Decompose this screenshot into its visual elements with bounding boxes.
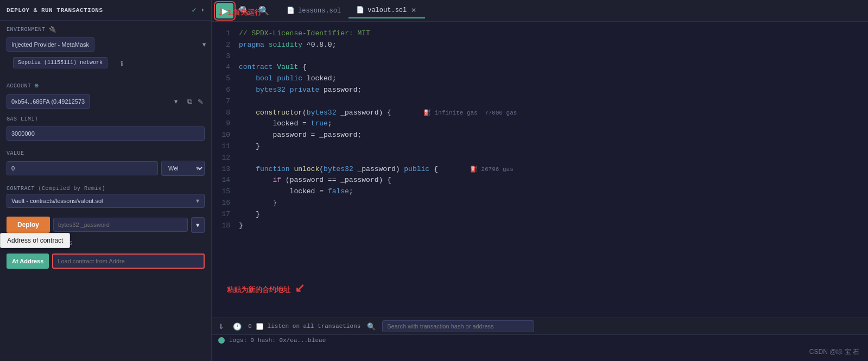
value-input[interactable] <box>7 161 158 175</box>
zoom-out-button[interactable]: 🔍 <box>236 3 253 18</box>
deploy-button[interactable]: Deploy <box>7 217 50 233</box>
at-address-row: At Address <box>7 254 205 269</box>
contract-select[interactable]: Vault - contracts/lessons/valout.sol <box>7 194 205 208</box>
account-label: ACCOUNT ⊕ <box>0 76 211 92</box>
tab-label: lessons.sol <box>298 7 341 15</box>
clock-icon[interactable]: 🕐 <box>231 321 244 332</box>
success-dot <box>218 337 225 344</box>
check-icon: ✓ <box>192 5 196 15</box>
chevron-down-icon: ▾ <box>173 96 179 107</box>
top-toolbar: ▶ 🔍 🔍 📄 lessons.sol 📄 valout.sol ✕ <box>212 0 868 22</box>
password-input[interactable] <box>53 218 188 232</box>
search-input[interactable] <box>382 320 534 332</box>
tab-valout[interactable]: 📄 valout.sol ✕ <box>349 3 425 18</box>
tab-close-button[interactable]: ✕ <box>410 7 417 14</box>
tab-lessons[interactable]: 📄 lessons.sol <box>279 3 349 18</box>
plug-icon: 🔌 <box>49 26 57 33</box>
zoom-in-button[interactable]: 🔍 <box>255 3 273 18</box>
console-content: logs: 0 hash: 0x/ea...bleae <box>212 335 868 346</box>
console-badge: 0 <box>248 323 252 330</box>
edit-icon[interactable]: ✎ <box>197 97 205 107</box>
environment-label: ENVIRONMENT 🔌 <box>0 21 211 35</box>
environment-wrapper: Injected Provider - MetaMask ▾ <box>0 35 211 54</box>
log-text: logs: 0 hash: 0x/ea...bleae <box>229 337 326 344</box>
gas-limit-input[interactable] <box>7 126 205 141</box>
gas-limit-label: GAS LIMIT <box>0 111 211 124</box>
value-section: Wei ▾ <box>0 159 211 180</box>
account-select[interactable]: 0xb54...686FA (0.49212573 <box>7 94 90 109</box>
code-content: // SPDX-License-Identifier: MIT pragma s… <box>239 22 868 318</box>
contract-section: CONTRACT (Compiled by Remix) Vault - con… <box>0 180 211 212</box>
run-button[interactable]: ▶ <box>216 3 233 18</box>
sidebar: DEPLOY & RUN TRANSACTIONS ✓ › ENVIRONMEN… <box>0 0 212 361</box>
chevron-down-icon: ▾ <box>201 39 207 50</box>
right-panel: ▶ 🔍 🔍 📄 lessons.sol 📄 valout.sol ✕ 12345… <box>212 0 868 361</box>
gas-limit-section <box>0 124 211 145</box>
address-tooltip: Address of contract <box>0 233 70 248</box>
value-label: VALUE <box>0 145 211 159</box>
chevron-right-icon: › <box>201 7 205 14</box>
code-area: 123456789101112131415161718 // SPDX-Lice… <box>212 22 868 318</box>
file-icon: 📄 <box>287 7 295 15</box>
at-address-button[interactable]: At Address <box>7 254 49 269</box>
address-input[interactable] <box>52 254 205 269</box>
copy-icon[interactable]: ⧉ <box>186 96 193 107</box>
at-address-section: Address of contract At Address <box>0 251 211 271</box>
environment-select[interactable]: Injected Provider - MetaMask <box>7 37 94 52</box>
tab-label: valout.sol <box>368 7 407 14</box>
sidebar-header: DEPLOY & RUN TRANSACTIONS ✓ › <box>0 0 211 21</box>
sidebar-title: DEPLOY & RUN TRANSACTIONS <box>7 7 187 14</box>
search-icon[interactable]: 🔍 <box>365 321 378 332</box>
info-button[interactable]: ℹ <box>118 59 125 69</box>
plus-icon: ⊕ <box>35 81 39 90</box>
unit-select[interactable]: Wei <box>161 161 205 176</box>
chevrons-down-icon[interactable]: ⇓ <box>216 321 226 332</box>
network-badge: Sepolia (11155111) network <box>13 57 107 68</box>
dropdown-arrow-button[interactable]: ▾ <box>191 217 205 233</box>
contract-label: CONTRACT (Compiled by Remix) <box>7 182 205 194</box>
watermark: CSDN @绿 宝 石 <box>809 347 859 357</box>
file-icon: 📄 <box>356 6 364 14</box>
account-row: 0xb54...686FA (0.49212573 ▾ ⧉ ✎ <box>0 92 211 111</box>
tab-bar: 📄 lessons.sol 📄 valout.sol ✕ <box>279 3 425 18</box>
console-area: ⇓ 🕐 0 listen on all transactions 🔍 logs:… <box>212 318 868 361</box>
listen-checkbox[interactable] <box>256 323 263 330</box>
console-toolbar: ⇓ 🕐 0 listen on all transactions 🔍 <box>212 318 868 335</box>
line-numbers: 123456789101112131415161718 <box>212 22 239 318</box>
listen-label: listen on all transactions <box>268 323 361 330</box>
